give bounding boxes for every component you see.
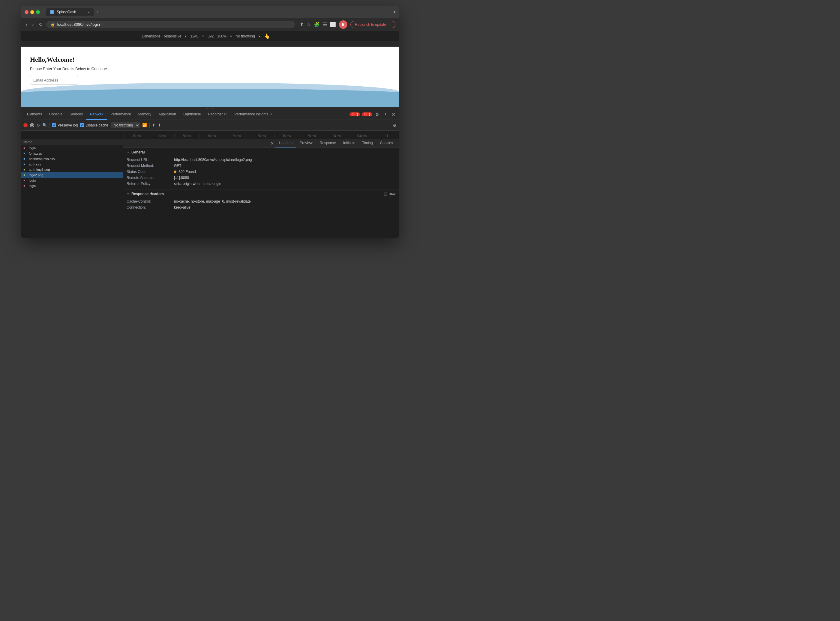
connection-row: Connection: keep-alive xyxy=(127,204,395,211)
relaunch-dropdown-icon: ⋮ xyxy=(387,23,391,27)
referrer-policy-row: Referrer Policy: strict-origin-when-cros… xyxy=(127,181,395,187)
details-tab-preview[interactable]: Preview xyxy=(296,139,316,147)
browser-window: S SplashDash × + ▾ ‹ › ↻ 🔒 localhost:808… xyxy=(21,6,399,238)
response-headers-section-header[interactable]: ▼ Response Headers Raw xyxy=(127,192,395,196)
forward-button[interactable]: › xyxy=(31,21,35,29)
touch-icon[interactable]: 👆 xyxy=(264,33,270,39)
raw-checkbox[interactable] xyxy=(384,192,387,196)
page-subtext: Please Enter Your Details Below to Conti… xyxy=(30,67,390,71)
network-row-1[interactable]: ■ fonts.css xyxy=(21,151,123,156)
details-tab-initiator[interactable]: Initiator xyxy=(340,139,358,147)
tab-close-button[interactable]: × xyxy=(87,10,90,14)
export-har-button[interactable]: ⬇ xyxy=(158,123,161,127)
timeline-mark-1: 20 ms xyxy=(149,134,174,138)
preserve-log-checkbox-label[interactable]: Preserve log xyxy=(52,123,78,127)
bookmark-icon[interactable]: ☆ xyxy=(307,21,311,27)
details-close-button[interactable]: ✕ xyxy=(269,139,275,147)
network-row-4[interactable]: ■ auth-img1.png xyxy=(21,167,123,172)
tab-list-chevron-icon[interactable]: ▾ xyxy=(393,10,395,14)
search-button[interactable]: 🔍 xyxy=(42,123,47,127)
tab-memory[interactable]: Memory xyxy=(135,109,155,120)
active-tab[interactable]: S SplashDash × xyxy=(46,8,94,16)
profile-icon[interactable]: ⬜ xyxy=(330,21,336,27)
status-code-label: Status Code: xyxy=(127,170,172,174)
tab-recorder[interactable]: Recorder ⚐ xyxy=(205,109,231,120)
devtools-more-button[interactable]: ⋮ xyxy=(382,111,389,118)
network-row-name: login xyxy=(29,179,36,182)
zoom-level[interactable]: 100% xyxy=(217,34,226,38)
tab-elements[interactable]: Elements xyxy=(23,109,46,120)
network-row-2[interactable]: ■ bootstrap.min.css xyxy=(21,156,123,162)
maximize-window-button[interactable] xyxy=(36,10,40,14)
connection-label: Connection: xyxy=(127,205,172,209)
preserve-log-checkbox[interactable] xyxy=(52,123,56,127)
share-icon[interactable]: ⬆ xyxy=(300,21,304,27)
url-bar[interactable]: 🔒 localhost:8080/mvc/login xyxy=(46,21,295,28)
filter-button[interactable]: ⊘ xyxy=(36,123,40,127)
tab-network[interactable]: Network xyxy=(87,109,107,120)
timeline-mark-8: 90 ms xyxy=(324,134,349,138)
details-tab-cookies[interactable]: Cookies xyxy=(377,139,396,147)
devtools-tabs: Elements Console Sources Network Perform… xyxy=(21,109,399,120)
tab-application[interactable]: Application xyxy=(155,109,180,120)
toolbar-separator-2 xyxy=(149,123,150,128)
zoom-chevron-icon[interactable]: ▾ xyxy=(230,34,232,38)
network-settings-button[interactable]: ⚙ xyxy=(393,123,396,128)
network-row-name: fonts.css xyxy=(29,151,42,155)
raw-toggle-label[interactable]: Raw xyxy=(384,192,395,196)
details-tab-headers[interactable]: Headers xyxy=(275,139,296,147)
network-row-3[interactable]: ■ auth.css xyxy=(21,162,123,167)
dimensions-x-separator: × xyxy=(202,34,204,38)
connection-value: keep-alive xyxy=(174,205,395,209)
traffic-lights xyxy=(24,10,40,14)
remote-address-row: Remote Address: [::1]:8080 xyxy=(127,175,395,181)
network-row-6[interactable]: ■ login xyxy=(21,178,123,183)
devtools-dimensions-bar: Dimensions: Responsive ▾ 1248 × 392 100%… xyxy=(21,31,399,41)
network-row-0[interactable]: ■ login xyxy=(21,145,123,151)
user-extension-button[interactable]: E xyxy=(339,20,348,29)
details-tab-response[interactable]: Response xyxy=(316,139,340,147)
more-options-icon[interactable]: ⋮ xyxy=(273,33,278,39)
tab-lighthouse[interactable]: Lighthouse xyxy=(180,109,205,120)
devtools-settings-button[interactable]: ⚙ xyxy=(374,111,380,118)
email-input[interactable] xyxy=(30,76,78,85)
relaunch-to-update-button[interactable]: Relaunch to update ⋮ xyxy=(350,21,395,28)
extensions-icon[interactable]: 🧩 xyxy=(314,21,320,27)
tab-sources[interactable]: Sources xyxy=(66,109,87,120)
network-conditions-button[interactable]: 📶 xyxy=(142,123,147,127)
record-button[interactable] xyxy=(23,123,27,127)
disable-cache-checkbox-label[interactable]: Disable cache xyxy=(80,123,108,127)
general-section-header[interactable]: ▼ General xyxy=(127,150,395,154)
close-window-button[interactable] xyxy=(24,10,29,14)
refresh-button[interactable]: ↻ xyxy=(38,20,44,29)
new-tab-button[interactable]: + xyxy=(94,9,102,15)
cache-control-value: no-cache, no-store, max-age=0, must-reva… xyxy=(174,199,395,203)
devtools-close-button[interactable]: ✕ xyxy=(390,111,396,118)
details-tab-timing[interactable]: Timing xyxy=(358,139,377,147)
devtools-tab-actions: 🔴3 🔴3 ⚙ ⋮ ✕ xyxy=(349,111,396,118)
file-type-icon: ■ xyxy=(23,162,27,166)
timeline-mark-4: 50 ms xyxy=(224,134,249,138)
back-button[interactable]: ‹ xyxy=(24,21,29,29)
tab-console[interactable]: Console xyxy=(46,109,66,120)
clear-icon xyxy=(31,124,33,126)
throttle-chevron-icon[interactable]: ▾ xyxy=(258,34,260,38)
timeline-mark-10: 11 xyxy=(374,134,399,138)
network-row-7[interactable]: ■ login xyxy=(21,183,123,189)
clear-button[interactable] xyxy=(30,123,34,127)
disable-cache-checkbox[interactable] xyxy=(80,123,84,127)
dimensions-chevron-icon[interactable]: ▾ xyxy=(185,34,187,38)
wave-decoration-2 xyxy=(21,89,399,107)
tab-performance[interactable]: Performance xyxy=(107,109,135,120)
minimize-window-button[interactable] xyxy=(30,10,34,14)
timeline-mark-3: 40 ms xyxy=(199,134,224,138)
dimensions-label[interactable]: Dimensions: Responsive xyxy=(141,34,181,38)
timeline-mark-7: 80 ms xyxy=(299,134,324,138)
tab-performance-insights[interactable]: Performance insights ⚐ xyxy=(231,109,276,120)
throttle-dropdown[interactable]: No throttling Fast 3G Slow 3G xyxy=(111,122,140,128)
throttle-label[interactable]: No throttling xyxy=(235,34,255,38)
import-har-button[interactable]: ⬆ xyxy=(152,123,155,127)
timeline-ruler: 10 ms 20 ms 30 ms 40 ms 50 ms 60 ms 70 m… xyxy=(21,131,399,139)
network-row-5-selected[interactable]: ■ logo2.png xyxy=(21,172,123,178)
sidebar-icon[interactable]: ☰ xyxy=(323,21,327,27)
